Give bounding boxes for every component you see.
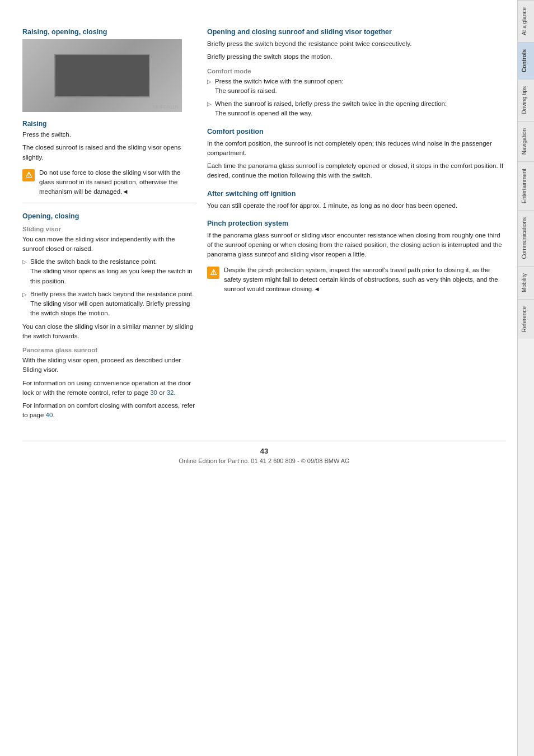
comfort-bullet2-sub: The sunroof is opened all the way. [215,110,312,116]
sidebar-tabs: At a glance Controls Driving tips Naviga… [517,0,534,756]
raising-text2: The closed sunroof is raised and the sli… [22,143,196,162]
opening-closing-text1: Briefly press the switch beyond the resi… [207,39,506,49]
tab-communications[interactable]: Communications [518,210,535,265]
bullet-content-1: Slide the switch back to the resistance … [30,257,196,286]
warning-icon-1: ⚠ [22,169,35,181]
comfort-bullet-1: ▷ Press the switch twice with the sunroo… [207,77,506,96]
bullet-item-1: ▷ Slide the switch back to the resistanc… [22,257,196,286]
comfort-bullet-2: ▷ When the sunroof is raised, briefly pr… [207,99,506,119]
comfort-mode-title: Comfort mode [207,68,506,74]
bullet1-text: Slide the switch back to the resistance … [30,258,157,265]
left-column: Raising, opening, closing MHF0461N Raisi… [22,28,196,424]
bullet-content-2: Briefly press the switch back beyond the… [30,290,196,319]
bullet-triangle-2: ▷ [22,290,27,319]
warning-text-1: Do not use force to close the sliding vi… [39,168,196,197]
tab-controls[interactable]: Controls [518,42,535,79]
bullet1-sub: The sliding visor opens as long as you k… [30,268,193,284]
panorama-text1: With the sliding visor open, proceed as … [22,356,196,375]
comfort-bullet1-sub: The sunroof is raised. [215,87,277,94]
comfort-bullet-content-2: When the sunroof is raised, briefly pres… [215,99,506,119]
tab-reference[interactable]: Reference [518,299,535,339]
two-column-layout: Raising, opening, closing MHF0461N Raisi… [22,28,506,424]
comfort-bullet-content-1: Press the switch twice with the sunroof … [215,77,506,96]
comfort-position-text1: In the comfort position, the sunroof is … [207,139,506,158]
page-number: 43 [22,447,506,455]
after-ignition-title: After switching off ignition [207,190,506,198]
raising-title: Raising [22,120,196,128]
raising-opening-closing-title: Raising, opening, closing [22,28,196,36]
tab-mobility[interactable]: Mobility [518,266,535,299]
footer-text: Online Edition for Part no. 01 41 2 600 … [22,458,506,464]
link-40[interactable]: 40 [46,412,53,418]
warning-box-1: ⚠ Do not use force to close the sliding … [22,168,196,197]
sliding-visor-text: You can move the sliding visor independe… [22,235,196,254]
right-column: Opening and closing sunroof and sliding … [207,28,506,424]
tab-driving-tips[interactable]: Driving tips [518,79,535,120]
comfort-position-title: Comfort position [207,128,506,136]
main-content: Raising, opening, closing MHF0461N Raisi… [0,0,517,756]
panorama-text2: For information on using convenience ope… [22,379,196,398]
link-32[interactable]: 32 [167,389,174,396]
opening-closing-title: Opening, closing [22,212,196,220]
panorama-title: Panorama glass sunroof [22,347,196,353]
sunroof-image: MHF0461N [22,39,182,112]
opening-closing-sunroof-title: Opening and closing sunroof and sliding … [207,28,506,36]
panorama-text3: For information on comfort closing with … [22,401,196,421]
comfort-bullet2-text: When the sunroof is raised, briefly pres… [215,100,447,107]
sliding-visor-close-text: You can close the sliding visor in a sim… [22,322,196,342]
after-ignition-text: You can still operate the roof for appro… [207,201,506,211]
comfort-position-text2: Each time the panorama glass sunroof is … [207,161,506,181]
tab-at-a-glance[interactable]: At a glance [518,0,535,42]
comfort-bullet1-text: Press the switch twice with the sunroof … [215,78,343,85]
opening-closing-text2: Briefly pressing the switch stops the mo… [207,52,506,62]
warning-text-2: Despite the pinch protection system, ins… [224,265,506,295]
link-30[interactable]: 30 [150,389,157,396]
bullet-item-2: ▷ Briefly press the switch back beyond t… [22,290,196,319]
comfort-bullet-triangle-2: ▷ [207,100,212,119]
raising-text1: Press the switch. [22,130,196,139]
comfort-bullet-triangle-1: ▷ [207,77,212,96]
warning-icon-2: ⚠ [207,267,219,279]
pinch-text: If the panorama glass sunroof or sliding… [207,231,506,260]
bullet-triangle-1: ▷ [22,258,27,286]
warning-box-2: ⚠ Despite the pinch protection system, i… [207,265,506,295]
bullet2-text: Briefly press the switch back beyond the… [30,291,194,297]
pinch-title: Pinch protection system [207,220,506,227]
tab-entertainment[interactable]: Entertainment [518,161,535,210]
sliding-visor-title: Sliding visor [22,226,196,232]
page-container: Raising, opening, closing MHF0461N Raisi… [0,0,534,756]
bullet2-sub: The sliding visor will open automaticall… [30,300,190,316]
footer: 43 Online Edition for Part no. 01 41 2 6… [22,441,506,464]
tab-navigation[interactable]: Navigation [518,121,535,161]
